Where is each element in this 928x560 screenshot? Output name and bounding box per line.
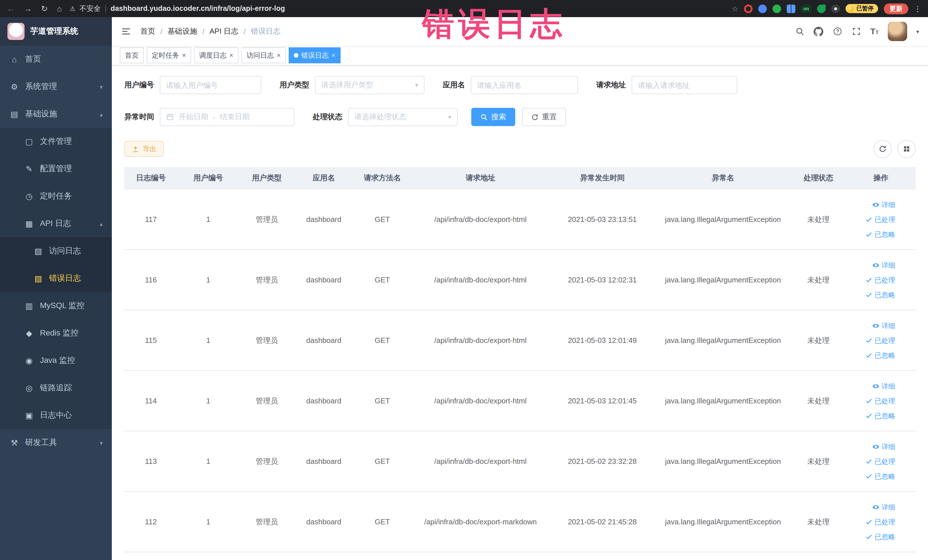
redis-icon: ◆ [24,329,34,338]
navbar-actions [795,22,919,41]
sidebar-item-label: API 日志 [40,218,71,229]
bookmark-star-icon[interactable] [732,5,738,12]
browser-nav [7,5,62,12]
detail-link[interactable]: 详细 [850,258,895,272]
processed-link[interactable]: 已处理 [850,394,895,408]
sidebar-item-home[interactable]: ⌂ 首页 [0,46,112,73]
extension-icon[interactable] [817,4,826,13]
extension-icon[interactable] [758,4,767,13]
ignored-link[interactable]: 已忽略 [850,227,895,242]
sidebar-item-redis[interactable]: ◆ Redis 监控 [0,319,112,347]
close-icon[interactable] [182,51,186,60]
sidebar-item-access-log[interactable]: ▨ 访问日志 [0,237,112,265]
close-icon[interactable] [277,51,281,60]
sidebar-item-error-log[interactable]: ▧ 错误日志 [0,265,112,292]
column-settings-button[interactable] [897,140,916,158]
process-status-select[interactable]: 请选择处理状态 [348,108,458,126]
processed-link[interactable]: 已处理 [850,514,895,529]
extension-icon[interactable] [787,4,795,13]
chrome-update-button[interactable]: 更新 [884,3,908,14]
tab-scheduled-tasks[interactable]: 定时任务 [147,47,191,63]
url-text: dashboard.yudao.iocoder.cn/infra/log/api… [111,5,285,12]
sidebar-item-mysql[interactable]: ▥ MySQL 监控 [0,292,112,319]
tab-access-log[interactable]: 访问日志 [241,47,286,63]
ignored-link[interactable]: 已忽略 [850,529,895,544]
eye-icon [872,262,879,269]
breadcrumb-item[interactable]: 基础设施 [168,26,197,37]
date-range-picker[interactable]: 开始日期 - 结束日期 [160,108,295,126]
sidebar-item-system[interactable]: ⚙ 系统管理 [0,73,112,101]
processed-link[interactable]: 已处理 [850,333,895,348]
cell-status: 未处理 [791,431,846,491]
export-button[interactable]: 导出 [124,141,164,157]
tab-error-log[interactable]: 错误日志 [289,47,340,63]
detail-link[interactable]: 详细 [850,318,895,333]
ignored-link[interactable]: 已忽略 [850,287,895,302]
cell-user-id: 1 [177,310,239,371]
close-icon[interactable] [331,51,336,60]
sidebar-item-file[interactable]: ▢ 文件管理 [0,128,112,155]
sidebar-item-dev-tools[interactable]: ⚒ 研发工具 [0,429,112,456]
breadcrumb-item[interactable]: API 日志 [210,26,238,37]
browser-menu-icon[interactable] [914,5,922,12]
sidebar-item-job[interactable]: ◷ 定时任务 [0,183,112,210]
tab-home[interactable]: 首页 [120,47,144,63]
action-label: 已处理 [875,514,895,529]
hamburger-icon[interactable] [121,26,131,37]
check-icon [865,276,872,283]
search-button[interactable]: 搜索 [471,108,515,126]
refresh-icon [879,145,887,153]
extension-icon[interactable] [772,4,781,13]
tab-schedule-log[interactable]: 调度日志 [194,47,238,63]
processed-link[interactable]: 已处理 [850,212,895,227]
extension-icon[interactable] [744,4,752,13]
processed-link[interactable]: 已处理 [850,454,895,469]
sidebar-item-infra[interactable]: ▤ 基础设施 [0,101,112,128]
extension-on-badge[interactable]: on [801,5,811,12]
detail-link[interactable]: 详细 [850,378,895,394]
detail-link[interactable]: 详细 [850,499,895,514]
back-icon[interactable] [7,5,15,12]
address-bar[interactable]: 不安全 | dashboard.yudao.iocoder.cn/infra/l… [70,4,285,14]
app-logo[interactable]: 芋道管理系统 [0,17,112,46]
sidebar-item-trace[interactable]: ◎ 链路追踪 [0,374,112,402]
chevron-down-icon [100,84,103,90]
app-name-input[interactable] [471,76,578,94]
detail-link[interactable]: 详细 [850,197,895,212]
sidebar-item-label: 研发工具 [25,438,57,448]
forward-icon[interactable] [24,5,32,12]
extension-icon[interactable] [831,4,840,13]
breadcrumb-item[interactable]: 首页 [140,26,155,37]
ignored-link[interactable]: 已忽略 [850,408,895,423]
sidebar-item-java[interactable]: ◉ Java 监控 [0,347,112,374]
chevron-down-icon[interactable] [916,28,919,35]
breadcrumb-separator: / [202,27,204,36]
reset-button-label: 重置 [542,112,557,122]
cell-log-id: 117 [124,189,177,250]
sidebar-item-api-log[interactable]: ▦ API 日志 [0,210,112,237]
reload-icon[interactable] [41,5,47,12]
close-icon[interactable] [229,51,234,60]
cell-time: 2021-05-03 12:02:31 [549,250,656,310]
github-icon[interactable] [814,26,824,36]
reset-button[interactable]: 重置 [522,108,566,126]
font-size-icon[interactable] [870,26,879,37]
sidebar-item-log-center[interactable]: ▣ 日志中心 [0,402,112,429]
sidebar-item-config[interactable]: ✎ 配置管理 [0,155,112,183]
processed-link[interactable]: 已处理 [850,272,895,287]
refresh-button[interactable] [873,140,892,158]
ignored-link[interactable]: 已忽略 [850,469,895,484]
detail-link[interactable]: 详细 [850,439,895,454]
help-icon[interactable] [833,26,843,36]
home-icon[interactable] [57,5,62,12]
ignored-link[interactable]: 已忽略 [850,348,895,363]
search-icon[interactable] [795,26,805,36]
user-type-select[interactable]: 请选择用户类型 [315,76,424,94]
check-icon [865,518,872,525]
request-url-input[interactable] [632,76,737,94]
profile-sync-paused-chip[interactable]: 已暂停 [846,4,878,13]
action-label: 已忽略 [875,408,895,423]
fullscreen-icon[interactable] [852,26,861,36]
user-avatar[interactable] [888,22,907,41]
user-id-input[interactable] [160,76,261,94]
